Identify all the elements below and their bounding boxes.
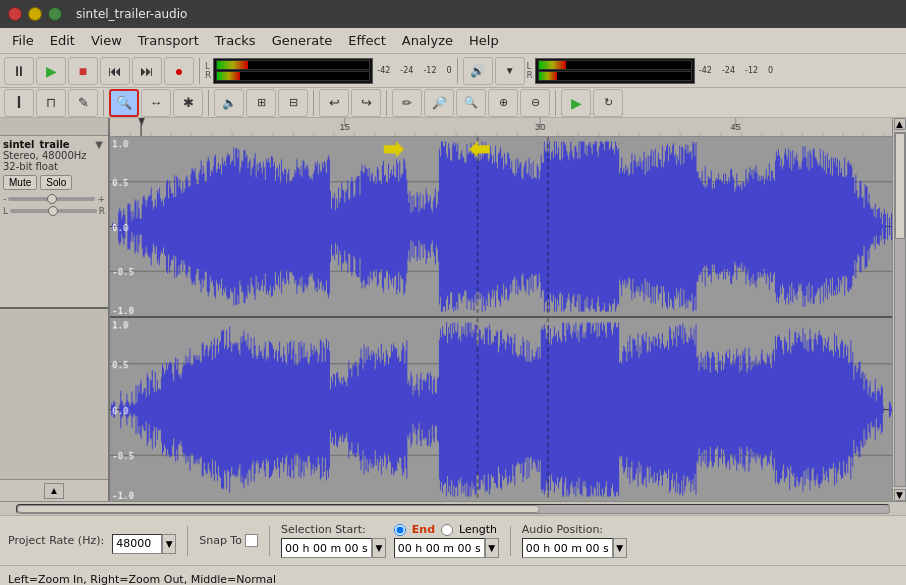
waveform-canvas-bottom[interactable] [110, 318, 892, 501]
audio-position-value[interactable]: 00 h 00 m 00 s [522, 538, 613, 558]
vu-level-L [217, 61, 247, 69]
ruler-canvas [110, 118, 892, 137]
vu-bar-R [216, 71, 370, 81]
end-label: End [412, 523, 435, 536]
scroll-up-button[interactable]: ▲ [894, 118, 906, 130]
snap-to-group: Snap To [199, 534, 258, 547]
track1-dropdown[interactable]: ▼ [93, 139, 105, 150]
end-radio-row: End Length [394, 523, 499, 536]
scroll-down-button[interactable]: ▼ [894, 489, 906, 501]
zoom-out-button[interactable]: 🔍 [456, 89, 486, 117]
length-radio[interactable] [441, 524, 453, 536]
multi-tool-button[interactable]: ✱ [173, 89, 203, 117]
maximize-button[interactable] [48, 7, 62, 21]
pan-slider[interactable] [10, 209, 97, 213]
window-title: sintel_trailer-audio [76, 7, 187, 21]
end-dropdown[interactable]: ▼ [485, 538, 499, 558]
project-rate-dropdown[interactable]: ▼ [162, 534, 176, 554]
speaker-button[interactable]: 🔈 [214, 89, 244, 117]
message-bar: Left=Zoom In, Right=Zoom Out, Middle=Nor… [0, 565, 906, 585]
tool-sep-2 [208, 90, 209, 116]
pause-button[interactable]: ⏸ [4, 57, 34, 85]
loop-button[interactable]: ↻ [593, 89, 623, 117]
audio-position-group: Audio Position: 00 h 00 m 00 s ▼ [522, 523, 627, 558]
zoom-tool-button[interactable]: 🔍 [109, 89, 139, 117]
vu-bar-out-L [538, 60, 692, 70]
fit-button[interactable]: ⊞ [246, 89, 276, 117]
end-radio[interactable] [394, 524, 406, 536]
status-bar: Project Rate (Hz): 48000 ▼ Snap To Selec… [0, 515, 906, 565]
volume-dropdown[interactable]: ▼ [495, 57, 525, 85]
selection-start-dropdown[interactable]: ▼ [372, 538, 386, 558]
envelope-tool-button[interactable]: ⊓ [36, 89, 66, 117]
waveform-canvas-top[interactable] [110, 137, 892, 317]
zoom-in-button[interactable]: 🔎 [424, 89, 454, 117]
menu-analyze[interactable]: Analyze [394, 31, 461, 50]
menu-view[interactable]: View [83, 31, 130, 50]
track1-info1: Stereo, 48000Hz [3, 150, 105, 161]
menu-generate[interactable]: Generate [264, 31, 341, 50]
track-area: sintel_traile ▼ Stereo, 48000Hz 32-bit f… [0, 118, 906, 501]
vscroll-track[interactable] [894, 132, 906, 487]
vu-scale-left: -42-24-120 [377, 66, 451, 75]
mute-button[interactable]: Mute [3, 175, 37, 190]
transport-toolbar: ⏸ ▶ ■ ⏮ ⏭ ● LR -42-24-120 🔊 ▼ LR [0, 54, 906, 88]
redo-button[interactable]: ↪ [351, 89, 381, 117]
project-rate-label: Project Rate (Hz): [8, 534, 104, 547]
waveform-panel [110, 118, 892, 501]
zoom4-button[interactable]: ⊖ [520, 89, 550, 117]
hscroll-thumb[interactable] [17, 505, 540, 513]
green-play-button[interactable]: ▶ [561, 89, 591, 117]
vertical-scrollbar[interactable]: ▲ ▼ [892, 118, 906, 501]
snap-to-checkbox[interactable] [245, 534, 258, 547]
track1-header: sintel_traile ▼ Stereo, 48000Hz 32-bit f… [0, 136, 108, 309]
close-button[interactable] [8, 7, 22, 21]
draw-tool-button[interactable]: ✎ [68, 89, 98, 117]
expand-button-area: ▲ [0, 479, 108, 501]
timeshift-tool-button[interactable]: ↔ [141, 89, 171, 117]
audio-position-dropdown[interactable]: ▼ [613, 538, 627, 558]
hscroll-track[interactable] [16, 504, 890, 514]
volume-button[interactable]: 🔊 [463, 57, 493, 85]
undo-button[interactable]: ↩ [319, 89, 349, 117]
snap-to-label: Snap To [199, 534, 242, 547]
menu-tracks[interactable]: Tracks [207, 31, 264, 50]
play-button[interactable]: ▶ [36, 57, 66, 85]
gain-icon: - [3, 194, 6, 204]
menu-help[interactable]: Help [461, 31, 507, 50]
audio-position-label: Audio Position: [522, 523, 627, 536]
vscroll-thumb[interactable] [895, 133, 905, 239]
expand-button[interactable]: ▲ [44, 483, 64, 499]
toolbar-separator [199, 58, 200, 84]
vu-level-out-L [539, 61, 566, 69]
solo-button[interactable]: Solo [40, 175, 72, 190]
skip-back-button[interactable]: ⏮ [100, 57, 130, 85]
vu-level-out-R [539, 72, 557, 80]
horizontal-scrollbar[interactable] [0, 501, 906, 515]
skip-fwd-button[interactable]: ⏭ [132, 57, 162, 85]
zoom3-button[interactable]: ⊕ [488, 89, 518, 117]
draw2-button[interactable]: ✏ [392, 89, 422, 117]
project-rate-value[interactable]: 48000 [112, 534, 162, 554]
record-button[interactable]: ● [164, 57, 194, 85]
selection-start-value[interactable]: 00 h 00 m 00 s [281, 538, 372, 558]
ruler-blank [0, 118, 108, 136]
fit-vert-button[interactable]: ⊟ [278, 89, 308, 117]
track-panel: sintel_traile ▼ Stereo, 48000Hz 32-bit f… [0, 118, 110, 501]
menu-edit[interactable]: Edit [42, 31, 83, 50]
menubar: File Edit View Transport Tracks Generate… [0, 28, 906, 54]
project-rate-control: 48000 ▼ [112, 528, 176, 554]
gain-slider[interactable] [8, 197, 95, 201]
menu-effect[interactable]: Effect [340, 31, 393, 50]
minimize-button[interactable] [28, 7, 42, 21]
menu-transport[interactable]: Transport [130, 31, 207, 50]
vu-bar-out-R [538, 71, 692, 81]
selection-tool-button[interactable]: I [4, 89, 34, 117]
end-value[interactable]: 00 h 00 m 00 s [394, 538, 485, 558]
vu-meter-input [213, 58, 373, 84]
menu-file[interactable]: File [4, 31, 42, 50]
track1-info2: 32-bit float [3, 161, 105, 172]
message-text: Left=Zoom In, Right=Zoom Out, Middle=Nor… [8, 573, 276, 585]
spacer [112, 528, 176, 532]
stop-button[interactable]: ■ [68, 57, 98, 85]
